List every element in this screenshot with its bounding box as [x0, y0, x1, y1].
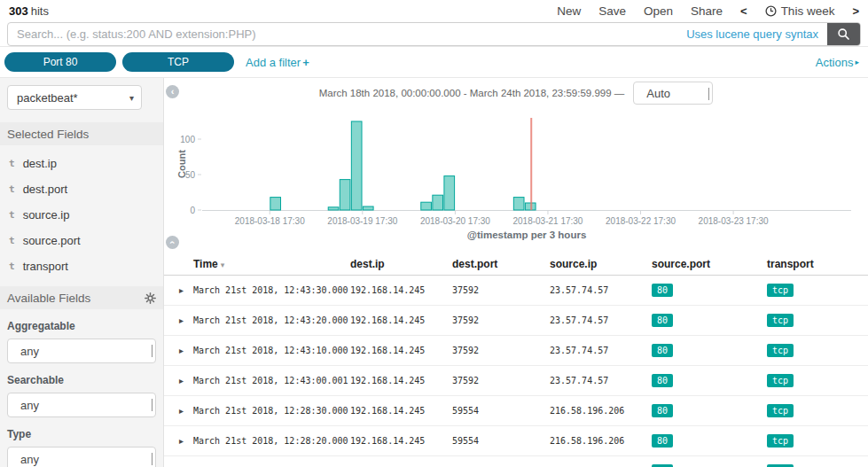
- cell-source_port: 80: [652, 374, 767, 387]
- x-axis-title: @timestamp per 3 hours: [467, 230, 587, 240]
- filter-pill-tcp[interactable]: TCP: [122, 52, 234, 72]
- field-item-dest.port[interactable]: tdest.port: [7, 176, 156, 202]
- chart-header: March 18th 2018, 00:00:00.000 - March 24…: [164, 82, 868, 105]
- cell-source_port: 80: [652, 344, 767, 357]
- column-header-time[interactable]: Time▾: [193, 258, 350, 270]
- cell-transport: tcp: [767, 434, 868, 448]
- gear-icon[interactable]: [145, 292, 156, 304]
- collapse-chart-button[interactable]: ‹: [166, 236, 179, 249]
- table-row[interactable]: ▸March 21st 2018, 12:28:10.000192.168.14…: [164, 456, 868, 467]
- index-pattern-select[interactable]: packetbeat* ▾: [7, 85, 142, 110]
- row-expand-caret[interactable]: ▸: [164, 285, 193, 295]
- next-time-button[interactable]: >: [852, 4, 859, 18]
- search-button[interactable]: [827, 23, 860, 45]
- table-row[interactable]: ▸March 21st 2018, 12:43:20.000192.168.14…: [164, 306, 868, 336]
- available-fields-heading: Available Fields: [0, 286, 163, 309]
- histogram-bar[interactable]: [351, 121, 362, 210]
- table-row[interactable]: ▸March 21st 2018, 12:28:20.000192.168.14…: [164, 426, 868, 456]
- index-pattern-value: packetbeat*: [17, 91, 78, 105]
- aggregatable-select[interactable]: any: [7, 339, 156, 363]
- nav-link-new[interactable]: New: [557, 4, 581, 18]
- histogram-bar[interactable]: [363, 206, 373, 210]
- search-input[interactable]: [8, 27, 686, 41]
- histogram-bar[interactable]: [421, 202, 432, 210]
- row-expand-caret[interactable]: ▸: [164, 376, 193, 385]
- filter-pill-port-80[interactable]: Port 80: [4, 52, 116, 72]
- y-tick-label: 0: [190, 206, 195, 215]
- table-row[interactable]: ▸March 21st 2018, 12:43:30.000192.168.14…: [164, 276, 868, 306]
- table-row[interactable]: ▸March 21st 2018, 12:28:30.000192.168.14…: [164, 396, 868, 426]
- top-nav: NewSaveOpenShare < This week >: [557, 4, 859, 18]
- table-row[interactable]: ▸March 21st 2018, 12:43:10.000192.168.14…: [164, 336, 868, 366]
- field-name: dest.ip: [23, 157, 57, 170]
- time-picker-button[interactable]: This week: [765, 4, 835, 18]
- field-item-source.port[interactable]: tsource.port: [7, 228, 156, 253]
- value-badge: tcp: [767, 314, 794, 327]
- nav-link-open[interactable]: Open: [644, 4, 673, 18]
- cell-source_ip: 216.58.196.206: [550, 406, 652, 416]
- nav-link-save[interactable]: Save: [598, 4, 626, 18]
- kibana-discover-page: { "topbar": { "hits_count": "303", "hits…: [0, 0, 868, 467]
- cell-time: March 21st 2018, 12:43:00.001: [193, 376, 350, 385]
- field-type-icon: t: [9, 183, 15, 195]
- cell-time: March 21st 2018, 12:28:20.000: [193, 436, 350, 446]
- histogram-bar[interactable]: [513, 198, 524, 210]
- field-name: source.port: [23, 234, 81, 247]
- fields-sidebar: packetbeat* ▾ Selected Fields tdest.iptd…: [0, 78, 164, 467]
- cell-dest_ip: 192.168.14.245: [350, 346, 452, 355]
- cell-source_ip: 23.57.74.57: [550, 315, 652, 325]
- table-row[interactable]: ▸March 21st 2018, 12:43:00.001192.168.14…: [164, 366, 868, 396]
- cell-dest_port: 37592: [452, 376, 550, 385]
- histogram-bar[interactable]: [270, 198, 281, 210]
- field-item-dest.ip[interactable]: tdest.ip: [7, 151, 156, 176]
- nav-link-share[interactable]: Share: [691, 4, 723, 18]
- add-filter-link[interactable]: Add a filter+: [246, 56, 309, 69]
- field-item-source.ip[interactable]: tsource.ip: [7, 202, 156, 228]
- x-tick-label: 2018-03-21 17:30: [512, 216, 583, 226]
- cell-dest_ip: 192.168.14.245: [350, 436, 452, 446]
- search-row: Uses lucene query syntax: [0, 19, 868, 47]
- column-header-source_port[interactable]: source.port: [652, 258, 767, 270]
- column-header-dest_ip[interactable]: dest.ip: [350, 258, 452, 270]
- lucene-syntax-link[interactable]: Uses lucene query syntax: [686, 27, 818, 41]
- time-range-label: This week: [781, 4, 835, 18]
- value-badge: 80: [652, 314, 673, 327]
- filter-label-type: Type: [7, 428, 156, 440]
- cell-source_ip: 23.57.74.57: [550, 285, 652, 295]
- field-filter-controls: AggregatableanySearchableanyTypeany: [7, 320, 156, 467]
- cell-transport: tcp: [767, 374, 868, 387]
- filter-label-searchable: Searchable: [7, 374, 156, 386]
- interval-select[interactable]: Auto: [633, 82, 713, 105]
- actions-link[interactable]: Actions▸: [816, 56, 859, 69]
- prev-time-button[interactable]: <: [740, 4, 747, 18]
- histogram-bar[interactable]: [340, 180, 350, 210]
- hits-label: hits: [31, 4, 49, 18]
- column-header-dest_port[interactable]: dest.port: [452, 258, 550, 270]
- histogram-bar[interactable]: [328, 207, 339, 210]
- histogram-bar[interactable]: [444, 176, 455, 210]
- cell-dest_port: 37592: [452, 285, 550, 295]
- x-tick-label: 2018-03-22 17:30: [606, 216, 676, 226]
- chevron-up-icon: ‹: [168, 241, 177, 245]
- sort-caret-icon: ▾: [221, 261, 225, 269]
- value-badge: 80: [652, 344, 673, 357]
- row-expand-caret[interactable]: ▸: [164, 436, 193, 446]
- column-header-source_ip[interactable]: source.ip: [550, 258, 652, 270]
- actions-caret-icon: ▸: [855, 58, 859, 66]
- row-expand-caret[interactable]: ▸: [164, 346, 193, 355]
- cell-source_port: 80: [652, 434, 767, 448]
- cell-source_ip: 23.57.74.57: [550, 376, 652, 385]
- field-type-icon: t: [9, 158, 15, 169]
- type-select[interactable]: any: [7, 447, 156, 467]
- column-header-transport[interactable]: transport: [767, 258, 868, 270]
- histogram-bar[interactable]: [433, 195, 443, 210]
- value-badge: tcp: [767, 344, 794, 357]
- row-expand-caret[interactable]: ▸: [164, 315, 193, 325]
- cell-dest_port: 37592: [452, 346, 550, 355]
- doc-table-body: ▸March 21st 2018, 12:43:30.000192.168.14…: [164, 276, 868, 467]
- field-item-transport[interactable]: ttransport: [7, 253, 156, 279]
- cell-transport: tcp: [767, 314, 868, 327]
- searchable-select[interactable]: any: [7, 393, 156, 417]
- row-expand-caret[interactable]: ▸: [164, 406, 193, 416]
- cell-transport: tcp: [767, 284, 868, 297]
